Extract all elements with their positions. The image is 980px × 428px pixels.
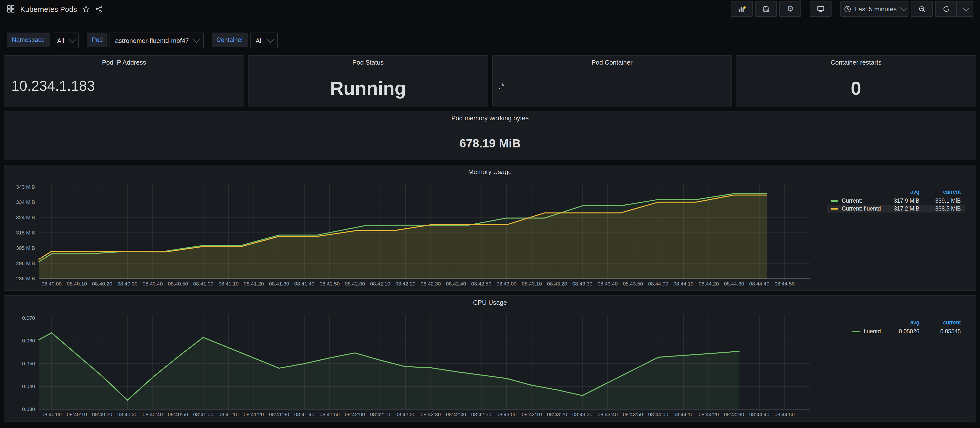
star-icon[interactable] xyxy=(83,5,90,13)
x-tick-label: 08:43:20 xyxy=(547,412,567,417)
legend-series-name: Current: xyxy=(842,198,862,204)
panel-title[interactable]: Pod memory working bytes xyxy=(5,111,975,124)
variable-pod-select[interactable]: astronomer-fluentd-mbf47 xyxy=(110,33,204,48)
navbar: Kubernetes Pods xyxy=(0,0,980,18)
clock-icon xyxy=(844,5,851,13)
x-tick-label: 08:44:20 xyxy=(698,281,719,286)
stat-value-pod-memory: 678.19 MiB xyxy=(460,132,520,150)
legend-series-toggle[interactable]: Current: fluentd xyxy=(830,205,881,212)
panel-memory-usage: Memory Usage 08:40:0008:40:1008:40:2008:… xyxy=(4,165,976,291)
panel-cpu-usage: CPU Usage 08:40:0008:40:1008:40:2008:40:… xyxy=(4,295,976,422)
x-tick-label: 08:40:10 xyxy=(67,281,87,286)
series-color-dash-icon xyxy=(830,208,838,209)
cycle-view-mode-button[interactable] xyxy=(810,1,832,17)
x-tick-label: 08:41:20 xyxy=(243,281,264,286)
x-tick-label: 08:43:50 xyxy=(623,412,643,417)
legend-avg-value: 0.05026 xyxy=(881,328,920,334)
series-color-dash-icon xyxy=(830,200,838,201)
navbar-toolbar: ⚙ Last 5 minutes xyxy=(731,1,973,17)
legend-series-row: Current:317.9 MiB339.1 MiB xyxy=(826,197,965,205)
time-series-canvas[interactable]: 08:40:0008:40:1008:40:2008:40:3008:40:40… xyxy=(7,310,973,419)
x-tick-label: 08:44:10 xyxy=(673,412,694,417)
chevron-down-icon xyxy=(962,5,969,11)
refresh-split-button xyxy=(935,1,973,17)
x-tick-label: 08:42:40 xyxy=(446,281,466,286)
x-tick-label: 08:40:40 xyxy=(143,281,163,286)
x-tick-label: 08:40:50 xyxy=(168,281,188,286)
legend-column-current[interactable]: current xyxy=(920,320,961,325)
navbar-left: Kubernetes Pods xyxy=(7,5,103,13)
x-tick-label: 08:42:30 xyxy=(421,412,441,417)
legend-current-value: 0.05545 xyxy=(920,328,961,334)
save-dashboard-button[interactable] xyxy=(755,1,777,17)
x-tick-label: 08:40:10 xyxy=(67,412,87,417)
chevron-down-icon xyxy=(900,5,907,11)
x-tick-label: 08:44:10 xyxy=(673,281,694,286)
x-tick-label: 08:42:20 xyxy=(395,412,415,417)
legend-series-row: Current: fluentd317.2 MiB338.5 MiB xyxy=(826,205,965,213)
cpu-usage-plot-area[interactable]: 08:40:0008:40:1008:40:2008:40:3008:40:40… xyxy=(7,310,973,419)
stat-value-pod-status: Running xyxy=(330,74,406,98)
x-tick-label: 08:42:10 xyxy=(370,412,390,417)
variable-container-select[interactable]: All xyxy=(250,33,277,48)
panel-title[interactable]: Pod IP Address xyxy=(5,56,243,68)
x-tick-label: 08:41:50 xyxy=(320,281,340,286)
variable-namespace: Namespace All xyxy=(7,33,79,48)
stat-value-pod-ip: 10.234.1.183 xyxy=(5,79,95,93)
variable-namespace-select[interactable]: All xyxy=(51,33,79,48)
y-tick-label: 296 MiB xyxy=(16,260,35,266)
x-tick-label: 08:42:40 xyxy=(446,412,466,417)
x-tick-label: 08:41:10 xyxy=(218,281,239,286)
time-range-picker[interactable]: Last 5 minutes xyxy=(841,1,908,17)
legend-series-toggle[interactable]: Current: xyxy=(830,198,881,204)
dashboard-settings-button[interactable]: ⚙ xyxy=(780,1,801,17)
add-panel-button[interactable] xyxy=(731,1,753,17)
y-tick-label: 0.030 xyxy=(22,406,35,412)
grafana-dashboard: Kubernetes Pods xyxy=(0,0,980,428)
panel-title[interactable]: Memory Usage xyxy=(5,165,975,178)
variable-namespace-label: Namespace xyxy=(7,33,49,47)
x-tick-label: 08:44:20 xyxy=(698,412,719,417)
refresh-button[interactable] xyxy=(935,1,956,17)
x-tick-label: 08:44:30 xyxy=(724,281,744,286)
save-icon xyxy=(762,5,770,13)
y-tick-label: 0.070 xyxy=(22,315,35,321)
x-tick-label: 08:43:10 xyxy=(522,412,542,417)
zoom-out-button[interactable] xyxy=(911,1,933,17)
series-fill xyxy=(39,333,739,409)
legend-column-current[interactable]: current xyxy=(920,189,961,195)
gear-icon: ⚙ xyxy=(787,5,794,13)
legend-column-avg[interactable]: avg xyxy=(881,320,920,325)
panel-title[interactable]: Pod Container xyxy=(492,56,732,68)
x-tick-label: 08:43:20 xyxy=(547,281,567,286)
x-tick-label: 08:42:10 xyxy=(370,281,390,286)
x-tick-label: 08:42:00 xyxy=(345,281,365,286)
panel-title[interactable]: Container restarts xyxy=(737,56,976,68)
share-icon[interactable] xyxy=(95,5,103,13)
legend-series-row: fluentd0.050260.05545 xyxy=(849,328,965,335)
x-tick-label: 08:40:30 xyxy=(118,281,138,286)
refresh-interval-dropdown[interactable] xyxy=(956,1,973,17)
dashboard-title[interactable]: Kubernetes Pods xyxy=(20,5,77,13)
x-tick-label: 08:40:40 xyxy=(143,412,163,417)
refresh-icon xyxy=(942,5,950,13)
variable-container-label: Container xyxy=(212,33,248,47)
stat-row: Pod IP Address 10.234.1.183 Pod Status R… xyxy=(4,55,976,107)
panel-pod-container: Pod Container .* xyxy=(492,55,732,107)
y-tick-label: 315 MiB xyxy=(16,230,35,235)
legend-avg-value: 317.9 MiB xyxy=(881,198,920,204)
legend-current-value: 339.1 MiB xyxy=(920,198,961,204)
panel-title[interactable]: CPU Usage xyxy=(5,296,975,309)
y-tick-label: 286 MiB xyxy=(16,276,35,281)
x-tick-label: 08:44:50 xyxy=(775,281,795,286)
apps-grid-icon[interactable] xyxy=(7,5,15,13)
x-tick-label: 08:41:00 xyxy=(193,281,213,286)
zoom-out-icon xyxy=(918,5,926,13)
y-tick-label: 0.040 xyxy=(22,383,35,389)
legend-column-avg[interactable]: avg xyxy=(881,189,920,195)
legend-series-toggle[interactable]: fluentd xyxy=(853,328,881,334)
panel-title[interactable]: Pod Status xyxy=(248,56,488,68)
x-tick-label: 08:43:30 xyxy=(573,281,593,286)
panel-pod-memory-working-bytes: Pod memory working bytes 678.19 MiB xyxy=(4,111,976,160)
chevron-down-icon xyxy=(193,36,200,43)
